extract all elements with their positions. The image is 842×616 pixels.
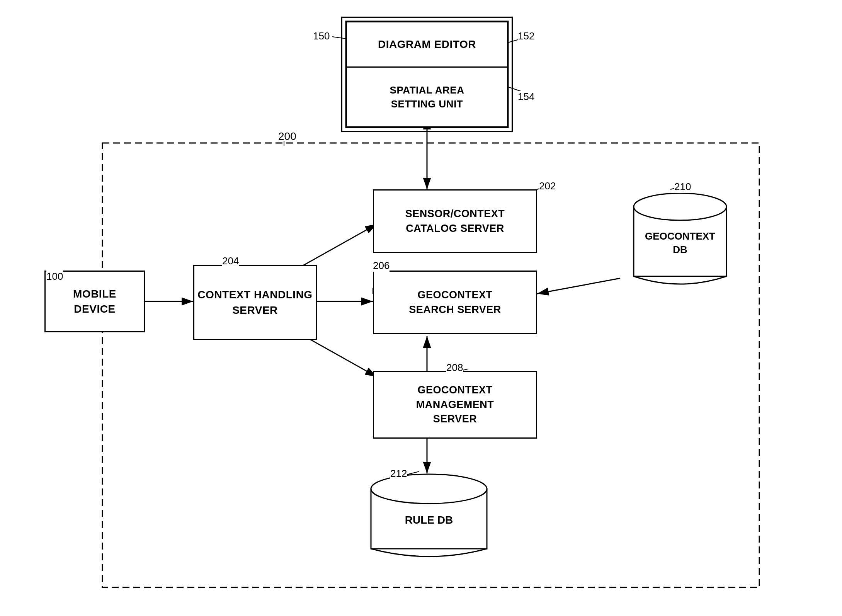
context-handling-box: CONTEXT HANDLING SERVER	[193, 265, 317, 340]
ref-206: 206	[373, 260, 390, 272]
ref-202: 202	[539, 180, 556, 192]
geocontext-search-box: GEOCONTEXTSEARCH SERVER	[373, 271, 537, 334]
svg-text:DB: DB	[673, 244, 687, 255]
spatial-area-label: SPATIAL AREASETTING UNIT	[390, 83, 464, 111]
diagram-editor-label: DIAGRAM EDITOR	[378, 38, 476, 51]
spatial-area-box: SPATIAL AREASETTING UNIT	[346, 68, 508, 128]
ref-208: 208	[446, 362, 463, 374]
label-200: 200	[278, 130, 296, 142]
ref-150: 150	[313, 30, 330, 42]
svg-text:RULE DB: RULE DB	[405, 514, 453, 526]
ref-212: 212	[390, 468, 407, 480]
arrow-context-to-sensor	[298, 224, 377, 269]
ref-154: 154	[518, 91, 534, 103]
geocontext-db-svg: GEOCONTEXT DB	[626, 189, 734, 298]
geocontext-mgmt-label: GEOCONTEXTMANAGEMENTSERVER	[416, 383, 494, 427]
mobile-device-label: MOBILEDEVICE	[73, 286, 116, 317]
ref-204: 204	[222, 255, 239, 267]
diagram: 200	[0, 0, 842, 616]
arrow-db-to-search	[537, 278, 620, 294]
svg-point-21	[371, 474, 487, 504]
svg-line-6	[332, 37, 346, 39]
ref-210: 210	[674, 181, 691, 193]
svg-text:GEOCONTEXT: GEOCONTEXT	[645, 230, 715, 242]
context-handling-label: CONTEXT HANDLING SERVER	[194, 287, 316, 317]
svg-point-17	[634, 193, 726, 220]
ref-100: 100	[46, 271, 63, 282]
diagram-editor-box: DIAGRAM EDITOR	[346, 21, 508, 68]
sensor-context-label: SENSOR/CONTEXTCATALOG SERVER	[405, 207, 505, 236]
geocontext-mgmt-box: GEOCONTEXTMANAGEMENTSERVER	[373, 371, 537, 439]
ref-152: 152	[518, 30, 534, 42]
sensor-context-box: SENSOR/CONTEXTCATALOG SERVER	[373, 189, 537, 253]
geocontext-search-label: GEOCONTEXTSEARCH SERVER	[409, 288, 501, 317]
rule-db-svg: RULE DB	[363, 473, 495, 566]
